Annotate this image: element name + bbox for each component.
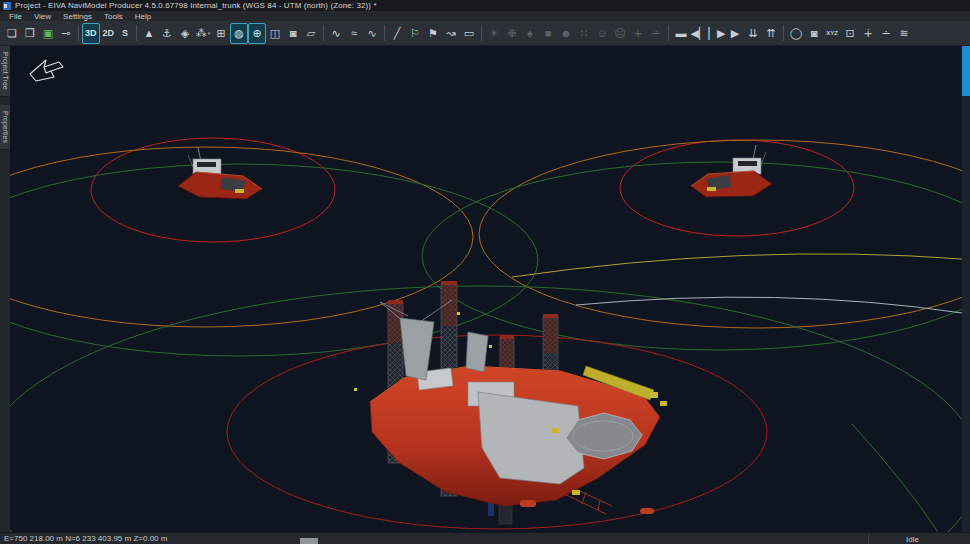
menu-settings[interactable]: Settings (58, 12, 97, 21)
window-title: Project - EIVA NaviModel Producer 4.5.0.… (15, 1, 377, 10)
toolbar: ❏❒▣⊸3D2DS▲⚓◈⁂▾⊞◍⊕◫◙▱∿≈∿╱⚐⚑↝▭☀❉♠■☻∷☺☹∔∸▬◀… (0, 21, 970, 46)
grid-toggle-button[interactable]: ⊞ (212, 23, 230, 44)
surface-patch-button: ■ (539, 23, 557, 44)
tab-properties[interactable]: Properties (0, 105, 10, 150)
dropdown-caret-icon: ▾ (208, 31, 211, 36)
point-grid-button: ∷ (575, 23, 593, 44)
add-point-button: ∔ (629, 23, 647, 44)
menubar: File View Settings Tools Help (0, 11, 970, 21)
remove-point-button: ∸ (647, 23, 665, 44)
statusbar-marker (300, 538, 318, 544)
orientation-arrow-icon (30, 60, 63, 81)
step-back-button[interactable]: ◀▏ (690, 23, 708, 44)
titlebar: Project - EIVA NaviModel Producer 4.5.0.… (0, 0, 970, 11)
import-data-button[interactable]: ⇊ (744, 23, 762, 44)
toolbar-separator (384, 25, 385, 41)
warning-ring-vessel-left (10, 147, 473, 327)
jackup-vessel[interactable] (354, 281, 667, 524)
view-s-button[interactable]: S (117, 23, 133, 44)
menu-file[interactable]: File (4, 12, 27, 21)
toolbar-separator (78, 25, 79, 41)
viewport-3d[interactable]: 750 073.48 m 6 233 122.20 m 0.00 m Lon 1… (10, 46, 962, 532)
add-marker-button[interactable]: ⚐ (406, 23, 424, 44)
statusbar: E=750 218.00 m N=6 233 403.95 m Z=0.00 m… (0, 532, 970, 544)
status-state: Idle (906, 535, 919, 544)
color-palette-button: ❉ (503, 23, 521, 44)
profile-view-3-button[interactable]: ∿ (363, 23, 381, 44)
toolbar-separator (323, 25, 324, 41)
navimodel-window: Project - EIVA NaviModel Producer 4.5.0.… (0, 0, 970, 544)
profile-view-2-button[interactable]: ≈ (345, 23, 363, 44)
range-arc-green-right (852, 424, 938, 532)
smooth-surface-button: ☺ (593, 23, 611, 44)
record-button[interactable]: ◯ (787, 23, 805, 44)
map-view-button[interactable]: ◫ (266, 23, 284, 44)
vessel-track-button[interactable]: ≋ (895, 23, 913, 44)
animation-button[interactable]: ▬ (672, 23, 690, 44)
toolbar-separator (136, 25, 137, 41)
profile-view-1-button[interactable]: ∿ (327, 23, 345, 44)
measure-button[interactable]: ▱ (302, 23, 320, 44)
save-project-button[interactable]: ▣ (39, 23, 57, 44)
terrain-model-button: ♠ (521, 23, 539, 44)
xyz-convert-button[interactable]: XYZ (823, 23, 841, 44)
scrollbar-thumb[interactable] (962, 46, 970, 96)
remove-node-button[interactable]: ∸ (877, 23, 895, 44)
sun-shading-button: ☀ (485, 23, 503, 44)
draw-polyline-button[interactable]: ↝ (442, 23, 460, 44)
play-button[interactable]: ▶ (726, 23, 744, 44)
screenshot-button[interactable]: ◙ (284, 23, 302, 44)
support-vessel-right[interactable] (691, 145, 772, 197)
insert-image-button[interactable]: ▭ (460, 23, 478, 44)
toolbar-separator (481, 25, 482, 41)
track-arc-white (576, 297, 962, 313)
view-3d-button[interactable]: 3D (82, 23, 100, 44)
unsmooth-surface-button: ☹ (611, 23, 629, 44)
toolbar-separator (668, 25, 669, 41)
add-marker-filled-button[interactable]: ⚑ (424, 23, 442, 44)
globe-toggle-button[interactable]: ⊕ (248, 23, 266, 44)
support-vessel-left[interactable] (178, 147, 262, 199)
toolbar-separator (783, 25, 784, 41)
export-data-button[interactable]: ⇈ (762, 23, 780, 44)
vertical-scrollbar[interactable] (962, 46, 970, 532)
menu-tools[interactable]: Tools (99, 12, 128, 21)
cursor-position: E=750 218.00 m N=6 233 403.95 m Z=0.00 m (0, 534, 167, 543)
warning-ring-vessel-right (479, 140, 962, 328)
coordinate-readout: 750 073.48 m 6 233 122.20 m 0.00 m Lon 1… (866, 531, 948, 532)
tab-project-tree[interactable]: Project Tree (0, 46, 10, 97)
draw-line-button[interactable]: ╱ (388, 23, 406, 44)
north-up-button[interactable]: ▲ (140, 23, 158, 44)
view-2d-button[interactable]: 2D (100, 23, 118, 44)
step-forward-button[interactable]: ▏▶ (708, 23, 726, 44)
online-layers-button[interactable]: ⊡ (841, 23, 859, 44)
ghost-points-button: ☻ (557, 23, 575, 44)
menu-view[interactable]: View (29, 12, 56, 21)
scene-canvas (10, 46, 962, 532)
app-icon (3, 2, 11, 10)
track-arc-yellow (512, 254, 962, 277)
range-ring-vessel-right (422, 162, 962, 350)
menu-help[interactable]: Help (130, 12, 156, 21)
range-ring-vessel-left (10, 164, 538, 356)
add-node-button[interactable]: ∔ (859, 23, 877, 44)
vessel-view-button[interactable]: ⚓ (158, 23, 176, 44)
point-cloud-button[interactable]: ⁂▾ (194, 23, 212, 44)
connect-survey-button[interactable]: ⊸ (57, 23, 75, 44)
sphere-view-button[interactable]: ◈ (176, 23, 194, 44)
easting-value: 750 073.48 m (866, 531, 948, 532)
new-project-button[interactable]: ❏ (3, 23, 21, 44)
stop-button[interactable]: ◙ (805, 23, 823, 44)
side-panel-strip: Project Tree Properties (0, 46, 10, 532)
open-project-button[interactable]: ❒ (21, 23, 39, 44)
geodesy-toggle-button[interactable]: ◍ (230, 23, 248, 44)
